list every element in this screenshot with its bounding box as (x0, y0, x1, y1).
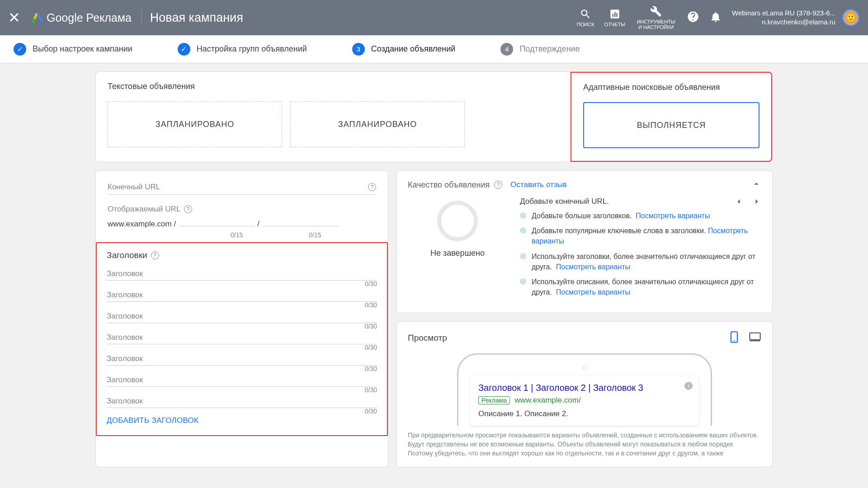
google-ads-logo-icon (31, 11, 44, 24)
quality-ring (437, 201, 478, 241)
help-icon[interactable]: ? (151, 251, 159, 259)
headlines-section: Заголовки ? 0/30 0/30 0/30 0/30 0/30 0/3… (96, 242, 388, 436)
search-tool[interactable]: ПОИСК (577, 8, 594, 27)
user-menu[interactable]: Webinars eLama RU (378-923-6... n.kravch… (732, 9, 860, 27)
chevron-right-icon[interactable] (752, 197, 761, 206)
help-button[interactable] (687, 10, 699, 25)
search-icon (580, 8, 591, 20)
reports-icon (609, 8, 621, 20)
svg-point-2 (32, 19, 36, 23)
mobile-icon (728, 331, 741, 343)
step-adgroups[interactable]: ✓ Настройка групп объявлений (178, 43, 352, 56)
display-url-label: Отображаемый URL (108, 205, 180, 214)
help-icon (687, 10, 699, 23)
preview-card: Просмотр i Заголовок 1 | Заголовок 2 | З… (396, 321, 773, 467)
bell-icon (709, 10, 722, 23)
info-icon[interactable]: i (684, 382, 693, 390)
status-dot (520, 227, 526, 234)
page-title: Новая кампания (150, 11, 243, 25)
ad-form-card: Конечный URL ? Отображаемый URL ? www.ex… (95, 170, 388, 467)
ad-quality-card: Качество объявления ? Оставить отзыв Не … (396, 170, 773, 313)
path1-input[interactable] (179, 216, 255, 226)
preview-note: При предварительном просмотре показывают… (408, 431, 761, 458)
phone-frame: i Заголовок 1 | Заголовок 2 | Заголовок … (457, 353, 712, 426)
help-icon[interactable]: ? (494, 181, 502, 189)
tip-link[interactable]: Посмотреть варианты (636, 212, 710, 220)
quality-title: Качество объявления (408, 180, 490, 190)
step-settings[interactable]: ✓ Выбор настроек кампании (14, 43, 178, 56)
preview-headline: Заголовок 1 | Заголовок 2 | Заголовок 3 (478, 383, 691, 393)
ad-types-card: Текстовые объявления ЗАПЛАНИРОВАНО ЗАПЛА… (95, 71, 773, 162)
headline-input-3[interactable] (107, 310, 377, 323)
help-icon[interactable]: ? (368, 183, 376, 191)
svg-marker-1 (37, 13, 43, 22)
responsive-ads-title: Адаптивные поисковые объявления (583, 83, 760, 92)
responsive-ad-running[interactable]: ВЫПОЛНЯЕТСЯ (583, 102, 760, 148)
add-headline-button[interactable]: ДОБАВИТЬ ЗАГОЛОВОК (107, 416, 377, 425)
svg-rect-6 (616, 13, 618, 17)
headline-input-4[interactable] (107, 331, 377, 344)
notifications-button[interactable] (709, 10, 722, 25)
preview-title: Просмотр (408, 333, 447, 343)
step-confirm[interactable]: 4 Подтверждение (500, 43, 580, 56)
desktop-icon (749, 331, 761, 343)
avatar[interactable]: 🙂 (842, 9, 860, 27)
collapse-button[interactable] (751, 179, 761, 191)
svg-rect-4 (612, 14, 613, 17)
quality-status: Не завершено (430, 249, 485, 258)
tip-link[interactable]: Посмотреть варианты (556, 288, 630, 296)
final-url-label: Конечный URL (108, 183, 160, 192)
chevron-left-icon[interactable] (734, 197, 743, 206)
feedback-link[interactable]: Оставить отзыв (510, 180, 567, 189)
headline-input-1[interactable] (107, 267, 377, 281)
check-icon: ✓ (14, 43, 26, 56)
step-create-ads[interactable]: 3 Создание объявлений (352, 43, 501, 56)
tip-header: Добавьте конечный URL. (520, 197, 609, 206)
headline-input-6[interactable] (107, 374, 377, 387)
chevron-up-icon (751, 179, 761, 189)
product-logo[interactable]: Google Реклама (31, 11, 132, 24)
path1-counter: 0/15 (231, 231, 243, 239)
svg-point-8 (734, 340, 735, 341)
status-dot (520, 278, 526, 285)
headline-input-5[interactable] (107, 352, 377, 366)
ad-badge: Реклама (478, 396, 510, 404)
mobile-preview-button[interactable] (728, 331, 741, 345)
preview-description: Описание 1. Описание 2. (478, 409, 691, 418)
app-header: ✕ Google Реклама Новая кампания ПОИСК ОТ… (0, 0, 868, 35)
close-icon[interactable]: ✕ (8, 9, 20, 26)
text-ads-title: Текстовые объявления (108, 82, 559, 91)
path2-counter: 0/15 (309, 231, 321, 239)
preview-url: www.example.com/ (514, 396, 580, 405)
account-email: n.kravchenko@elama.ru (732, 18, 835, 27)
help-icon[interactable]: ? (184, 205, 192, 213)
ad-preview: i Заголовок 1 | Заголовок 2 | Заголовок … (470, 375, 699, 426)
divider (142, 9, 142, 26)
wrench-icon (650, 5, 662, 17)
settings-tool[interactable]: ИНСТРУМЕНТЫ И НАСТРОЙКИ (635, 5, 677, 30)
phone-camera-dot (582, 366, 587, 370)
check-icon: ✓ (178, 43, 190, 56)
headline-input-7[interactable] (107, 395, 377, 408)
tip-link[interactable]: Посмотреть варианты (556, 263, 630, 271)
account-name: Webinars eLama RU (378-923-6... (732, 9, 835, 18)
text-ad-slot-2[interactable]: ЗАПЛАНИРОВАНО (290, 101, 465, 147)
svg-rect-5 (614, 12, 616, 17)
header-actions: ПОИСК ОТЧЕТЫ ИНСТРУМЕНТЫ И НАСТРОЙКИ Web… (577, 5, 860, 30)
status-dot (520, 212, 526, 219)
status-dot (520, 253, 526, 259)
campaign-stepper: ✓ Выбор настроек кампании ✓ Настройка гр… (0, 35, 868, 63)
svg-rect-9 (750, 333, 760, 340)
product-name: Google Реклама (47, 11, 132, 24)
reports-tool[interactable]: ОТЧЕТЫ (604, 8, 625, 27)
text-ad-slot-1[interactable]: ЗАПЛАНИРОВАНО (108, 101, 282, 147)
headline-input-2[interactable] (107, 289, 377, 302)
display-url-base: www.example.com / (108, 220, 176, 229)
path2-input[interactable] (262, 216, 338, 226)
desktop-preview-button[interactable] (749, 331, 761, 345)
